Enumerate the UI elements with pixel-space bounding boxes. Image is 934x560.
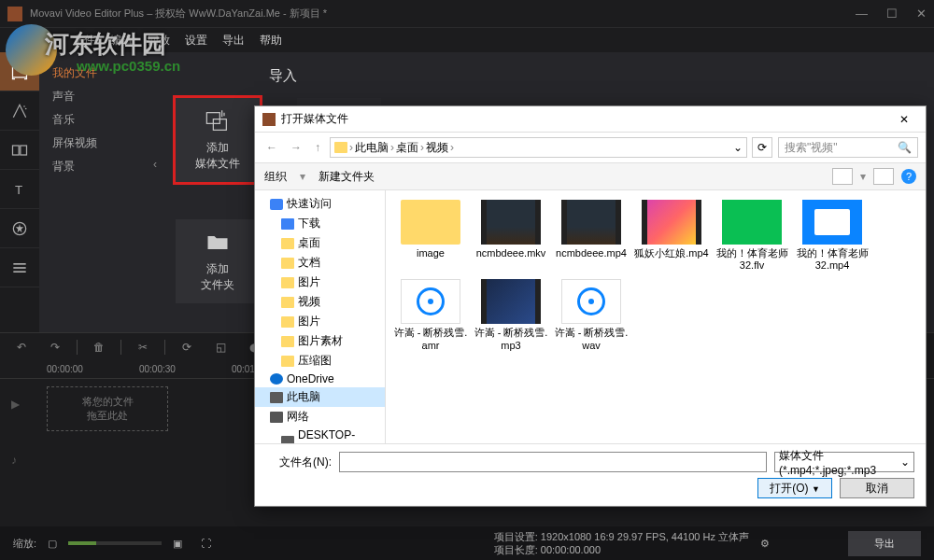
tree-item[interactable]: 视频 xyxy=(255,292,385,312)
filename-input[interactable] xyxy=(339,452,767,472)
zoom-in-icon[interactable]: ▣ xyxy=(173,538,182,550)
newfolder-button[interactable]: 新建文件夹 xyxy=(318,169,375,185)
tree-item[interactable]: 桌面 xyxy=(255,233,385,253)
add-folder-button[interactable]: 添加 文件夹 xyxy=(176,219,260,303)
menu-help[interactable]: 帮助 xyxy=(260,33,282,49)
help-icon[interactable]: ? xyxy=(901,169,916,184)
nav-fwd-icon[interactable]: → xyxy=(287,139,305,156)
open-button[interactable]: 打开(O) ▼ xyxy=(757,478,832,498)
file-thumbnail xyxy=(481,200,541,245)
nav-titles[interactable]: T xyxy=(0,170,39,209)
nav-more[interactable] xyxy=(0,248,39,287)
nav-transitions[interactable] xyxy=(0,131,39,170)
tree-item[interactable]: 快速访问 xyxy=(255,194,385,214)
folder-icon xyxy=(281,277,294,288)
tree-item[interactable]: 此电脑 xyxy=(255,387,385,407)
tree-item[interactable]: DESKTOP-7ETC xyxy=(255,427,385,443)
svg-rect-7 xyxy=(13,263,25,265)
cat-myfiles[interactable]: 我的文件 xyxy=(39,62,161,85)
tree-item[interactable]: 压缩图 xyxy=(255,351,385,371)
dialog-close-button[interactable]: ✕ xyxy=(890,113,918,126)
undo-button[interactable]: ↶ xyxy=(9,337,34,357)
import-title: 导入 xyxy=(269,67,919,85)
tree-item[interactable]: 文档 xyxy=(255,253,385,273)
file-list: imagencmbdeee.mkvncmbdeee.mp4狐妖小红娘.mp4我的… xyxy=(386,190,926,443)
file-item[interactable]: 许嵩 - 断桥残雪.amr xyxy=(393,279,468,351)
titlebar: Movavi Video Editor Plus – 授权给 WwW.DaYan… xyxy=(0,0,934,28)
folder-icon xyxy=(270,412,283,423)
fit-icon[interactable]: ⛶ xyxy=(201,538,211,549)
window-title: Movavi Video Editor Plus – 授权给 WwW.DaYan… xyxy=(30,7,856,21)
cat-bg[interactable]: 背景 xyxy=(39,155,161,178)
search-input[interactable]: 搜索"视频" 🔍 xyxy=(778,137,918,158)
zoom-out-icon[interactable]: ▢ xyxy=(48,538,57,550)
zoom-slider[interactable] xyxy=(68,541,162,545)
folder-icon xyxy=(334,142,347,153)
cut-button[interactable]: ✂ xyxy=(131,337,155,357)
audio-track-icon: ♪ xyxy=(11,454,17,467)
cat-sample[interactable]: 屏保视频 xyxy=(39,132,161,155)
drop-placeholder[interactable]: 将您的文件 拖至此处 xyxy=(47,386,168,431)
cancel-button[interactable]: 取消 xyxy=(840,478,914,498)
minimize-button[interactable]: — xyxy=(856,7,868,21)
menu-playback[interactable]: 回放 xyxy=(148,33,170,49)
file-name: 狐妖小红娘.mp4 xyxy=(634,247,708,259)
filetype-filter[interactable]: 媒体文件 (*.mp4;*.jpeg;*.mp3⌄ xyxy=(774,452,914,472)
nav-up-icon[interactable]: ↑ xyxy=(311,139,324,156)
tree-item[interactable]: OneDrive xyxy=(255,371,385,387)
tree-item[interactable]: 图片素材 xyxy=(255,331,385,351)
refresh-button[interactable]: ⟳ xyxy=(752,137,772,158)
nav-back-icon[interactable]: ← xyxy=(262,139,281,156)
tree-item[interactable]: 下载 xyxy=(255,214,385,233)
nav-filters[interactable] xyxy=(0,91,39,131)
menu-edit[interactable]: 编辑 xyxy=(110,33,133,49)
file-item[interactable]: image xyxy=(393,200,468,272)
tree-item[interactable]: 图片 xyxy=(255,273,385,292)
collapse-chevron-icon[interactable]: ‹ xyxy=(149,146,161,183)
settings-gear-icon[interactable]: ⚙ xyxy=(760,538,770,550)
maximize-button[interactable]: ☐ xyxy=(886,7,898,21)
file-thumbnail xyxy=(802,200,862,245)
view-mode-button[interactable] xyxy=(832,168,853,185)
file-item[interactable]: ncmbdeee.mkv xyxy=(474,200,548,272)
delete-button[interactable]: 🗑 xyxy=(87,337,111,357)
organize-menu[interactable]: 组织 xyxy=(264,169,287,185)
file-name: 许嵩 - 断桥残雪.wav xyxy=(554,327,629,351)
folder-icon xyxy=(270,199,283,210)
menu-export[interactable]: 导出 xyxy=(222,33,245,49)
file-item[interactable]: 狐妖小红娘.mp4 xyxy=(634,200,709,272)
export-button[interactable]: 导出 xyxy=(848,531,921,556)
folder-icon xyxy=(281,356,294,367)
file-thumbnail xyxy=(561,279,621,324)
svg-rect-9 xyxy=(13,271,25,273)
menu-file[interactable]: 文件 xyxy=(73,33,95,49)
status-bar: 缩放: ▢ ▣ ⛶ 项目设置: 1920x1080 16:9 29.97 FPS… xyxy=(0,526,934,560)
nav-stickers[interactable] xyxy=(0,209,39,248)
tree-item[interactable]: 网络 xyxy=(255,407,385,427)
file-name: 许嵩 - 断桥残雪.amr xyxy=(393,327,468,351)
file-thumbnail xyxy=(401,279,460,324)
svg-rect-3 xyxy=(13,146,20,155)
rotate-button[interactable]: ⟳ xyxy=(175,337,199,357)
menu-settings[interactable]: 设置 xyxy=(185,33,207,49)
redo-button[interactable]: ↷ xyxy=(43,337,67,357)
breadcrumb[interactable]: › 此电脑› 桌面› 视频› ⌄ xyxy=(330,137,747,158)
cat-music[interactable]: 音乐 xyxy=(39,108,161,132)
add-media-button[interactable]: 添加 媒体文件 xyxy=(176,98,260,182)
file-item[interactable]: 我的！体育老师32.mp4 xyxy=(795,200,870,272)
svg-text:T: T xyxy=(15,183,22,197)
file-item[interactable]: 许嵩 - 断桥残雪.wav xyxy=(554,279,629,351)
nav-import[interactable] xyxy=(0,52,39,91)
file-name: 我的！体育老师32.mp4 xyxy=(795,247,870,272)
folder-icon xyxy=(281,238,294,249)
close-button[interactable]: ✕ xyxy=(916,7,927,21)
preview-button[interactable] xyxy=(873,168,894,185)
crop-button[interactable]: ◱ xyxy=(208,337,233,357)
side-panel: 我的文件 声音 音乐 屏保视频 背景 xyxy=(39,52,161,332)
folder-tree: 快速访问下载桌面文档图片视频图片图片素材压缩图OneDrive此电脑网络DESK… xyxy=(255,190,386,443)
tree-item[interactable]: 图片 xyxy=(255,312,385,331)
file-item[interactable]: 许嵩 - 断桥残雪.mp3 xyxy=(474,279,548,351)
file-item[interactable]: 我的！体育老师32.flv xyxy=(715,200,789,272)
file-item[interactable]: ncmbdeee.mp4 xyxy=(554,200,629,272)
cat-sounds[interactable]: 声音 xyxy=(39,85,161,108)
